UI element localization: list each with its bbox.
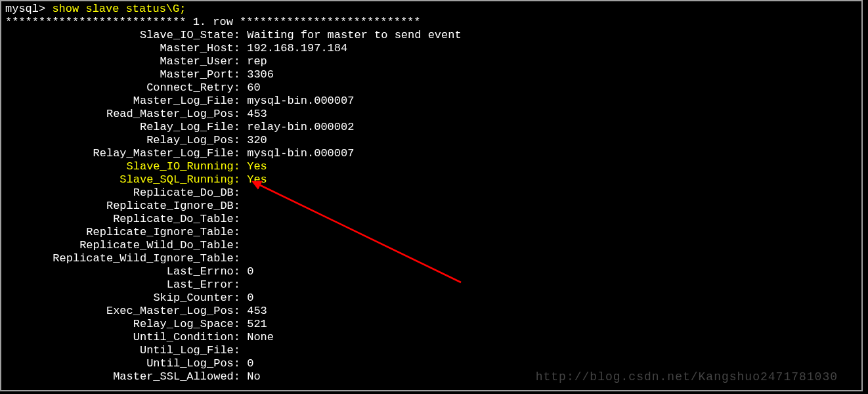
- status-label: Slave_SQL_Running:: [5, 173, 240, 186]
- terminal-window[interactable]: mysql> show slave status\G; ************…: [0, 0, 863, 391]
- status-value: No: [247, 370, 260, 383]
- status-label: Skip_Counter:: [5, 292, 240, 305]
- status-value: Yes: [247, 160, 267, 173]
- status-label: Exec_Master_Log_Pos:: [5, 305, 240, 318]
- status-row: Last_Errno: 0: [5, 265, 857, 278]
- status-label: Master_User:: [5, 55, 240, 68]
- status-label: Slave_IO_Running:: [5, 160, 240, 173]
- status-row: Slave_IO_State: Waiting for master to se…: [5, 29, 857, 42]
- status-label: Relay_Log_File:: [5, 121, 240, 134]
- status-label: Master_Port:: [5, 68, 240, 81]
- status-rows: Slave_IO_State: Waiting for master to se…: [5, 29, 857, 383]
- status-row: Relay_Log_Pos: 320: [5, 134, 857, 147]
- status-label: Last_Error:: [5, 278, 240, 292]
- prompt-line[interactable]: mysql> show slave status\G;: [5, 3, 857, 16]
- status-value: 453: [247, 108, 267, 121]
- status-row: Relay_Log_File: relay-bin.000002: [5, 121, 857, 134]
- status-value: 521: [247, 318, 267, 331]
- status-label: Connect_Retry:: [5, 81, 240, 95]
- status-label: Replicate_Do_DB:: [5, 186, 240, 200]
- status-row: Master_Port: 3306: [5, 68, 857, 81]
- status-value: 453: [247, 305, 267, 318]
- status-label: Relay_Master_Log_File:: [5, 147, 240, 160]
- status-value: 320: [247, 134, 267, 147]
- status-row: Until_Log_Pos: 0: [5, 357, 857, 370]
- status-label: Last_Errno:: [5, 265, 240, 278]
- status-row: Exec_Master_Log_Pos: 453: [5, 305, 857, 318]
- status-label: Replicate_Wild_Do_Table:: [5, 239, 240, 252]
- status-value: mysql-bin.000007: [247, 95, 354, 108]
- status-row: Replicate_Do_DB:: [5, 186, 857, 200]
- status-row: Replicate_Ignore_DB:: [5, 200, 857, 213]
- status-value: None: [247, 331, 274, 344]
- status-label: Slave_IO_State:: [5, 29, 240, 42]
- status-value: 60: [247, 81, 260, 95]
- status-value: Waiting for master to send event: [247, 29, 461, 42]
- status-label: Until_Log_File:: [5, 344, 240, 357]
- status-value: 192.168.197.184: [247, 42, 347, 55]
- status-value: Yes: [247, 173, 267, 186]
- status-value: 0: [247, 265, 253, 278]
- status-row: Relay_Log_Space: 521: [5, 318, 857, 331]
- status-row: Replicate_Do_Table:: [5, 213, 857, 226]
- watermark-text: http://blog.csdn.net/Kangshuo2471781030: [536, 370, 838, 383]
- status-row: Relay_Master_Log_File: mysql-bin.000007: [5, 147, 857, 160]
- status-label: Replicate_Ignore_DB:: [5, 200, 240, 213]
- status-value: mysql-bin.000007: [247, 147, 354, 160]
- status-label: Master_Log_File:: [5, 95, 240, 108]
- status-row: Slave_IO_Running: Yes: [5, 160, 857, 173]
- status-value: 3306: [247, 68, 274, 81]
- status-label: Relay_Log_Space:: [5, 318, 240, 331]
- mysql-prompt: mysql>: [5, 3, 52, 15]
- status-label: Master_Host:: [5, 42, 240, 55]
- status-row: Replicate_Wild_Do_Table:: [5, 239, 857, 252]
- status-row: Skip_Counter: 0: [5, 292, 857, 305]
- status-value: 0: [247, 357, 253, 370]
- status-row: Until_Log_File:: [5, 344, 857, 357]
- status-label: Master_SSL_Allowed:: [5, 370, 240, 383]
- status-row: Replicate_Wild_Ignore_Table:: [5, 252, 857, 265]
- status-row: Last_Error:: [5, 278, 857, 292]
- status-row: Read_Master_Log_Pos: 453: [5, 108, 857, 121]
- status-label: Replicate_Do_Table:: [5, 213, 240, 226]
- status-label: Relay_Log_Pos:: [5, 134, 240, 147]
- status-row: Until_Condition: None: [5, 331, 857, 344]
- status-label: Until_Condition:: [5, 331, 240, 344]
- row-header: *************************** 1. row *****…: [5, 16, 857, 29]
- status-value: 0: [247, 292, 253, 305]
- status-label: Until_Log_Pos:: [5, 357, 240, 370]
- status-row: Slave_SQL_Running: Yes: [5, 173, 857, 186]
- status-row: Master_Host: 192.168.197.184: [5, 42, 857, 55]
- command-text: show slave status\G;: [52, 3, 186, 15]
- status-row: Master_Log_File: mysql-bin.000007: [5, 95, 857, 108]
- status-value: relay-bin.000002: [247, 121, 354, 134]
- status-row: Replicate_Ignore_Table:: [5, 226, 857, 239]
- status-row: Master_User: rep: [5, 55, 857, 68]
- status-label: Replicate_Ignore_Table:: [5, 226, 240, 239]
- status-label: Replicate_Wild_Ignore_Table:: [5, 252, 240, 265]
- status-value: rep: [247, 55, 267, 68]
- status-row: Connect_Retry: 60: [5, 81, 857, 95]
- status-label: Read_Master_Log_Pos:: [5, 108, 240, 121]
